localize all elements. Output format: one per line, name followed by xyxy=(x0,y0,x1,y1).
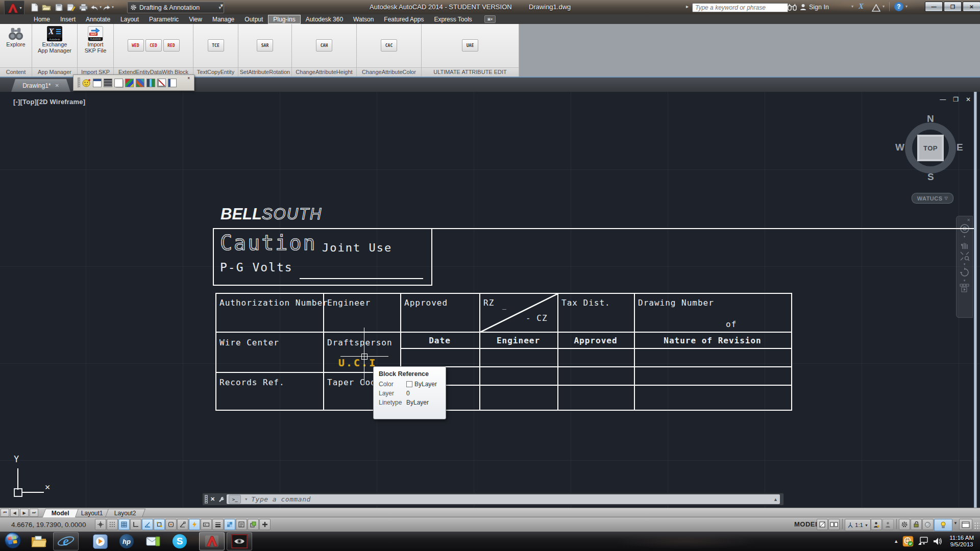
status-grip[interactable] xyxy=(974,522,980,530)
list-tool-icon[interactable] xyxy=(104,79,112,87)
snap-toggle[interactable] xyxy=(95,519,106,530)
undo-button[interactable]: ▾ xyxy=(89,2,102,13)
panel-title[interactable]: ULTIMATE ATTRIBUTE EDIT xyxy=(422,67,519,77)
last-tab-button[interactable]: ⏭ xyxy=(30,509,38,517)
floating-toolbar[interactable]: x xyxy=(73,74,194,91)
transparency-toggle[interactable] xyxy=(224,519,235,530)
chevron-down-icon[interactable]: ▾ xyxy=(964,262,966,266)
ribbon-tab-plugins[interactable]: Plug-ins xyxy=(268,15,300,24)
security-tray-icon[interactable] xyxy=(902,536,914,547)
minimize-icon[interactable]: — xyxy=(940,96,946,103)
ribbon-tab-annotate[interactable]: Annotate xyxy=(81,15,115,24)
plot-curve-icon[interactable] xyxy=(157,79,166,87)
chevron-down-icon[interactable]: ▾ xyxy=(964,235,966,239)
isolate-objects-button[interactable] xyxy=(922,519,934,530)
ribbon-tab-manage[interactable]: Manage xyxy=(207,15,239,24)
volume-tray-icon[interactable] xyxy=(933,537,942,545)
toolbar-lock-button[interactable] xyxy=(911,519,922,530)
zoom-extents-icon[interactable] xyxy=(960,251,970,261)
restore-icon[interactable]: ❐ xyxy=(953,96,959,103)
ribbon-tab-output[interactable]: Output xyxy=(239,15,268,24)
next-tab-button[interactable]: ▶ xyxy=(20,509,29,517)
viewcube-east[interactable]: E xyxy=(957,142,963,153)
sar-button[interactable]: SAR xyxy=(257,39,273,52)
command-input[interactable]: >_ ▾ Type a command ▲ xyxy=(227,494,780,504)
grid-dots-toggle[interactable] xyxy=(107,519,118,530)
taskbar-live-mail[interactable] xyxy=(141,533,165,550)
toolbar-grip[interactable] xyxy=(78,78,80,88)
search-input[interactable] xyxy=(692,3,788,12)
ribbon-display-toggle[interactable]: ▣▾ xyxy=(484,15,496,23)
start-button[interactable] xyxy=(4,532,21,551)
ribbon-tab-watson[interactable]: Watson xyxy=(348,15,379,24)
taskbar-explorer[interactable] xyxy=(27,533,51,550)
a360-icon[interactable] xyxy=(872,3,880,13)
prev-tab-button[interactable]: ◀ xyxy=(10,509,19,517)
help-icon[interactable]: ? xyxy=(894,2,903,11)
customize-wrench-icon[interactable] xyxy=(218,496,225,503)
viewport-controls[interactable]: [-][Top][2D Wireframe] xyxy=(13,98,85,106)
tab-layout2[interactable]: Layout2 xyxy=(105,509,145,517)
command-line[interactable]: ✕ >_ ▾ Type a command ▲ xyxy=(202,493,784,506)
chevron-down-icon[interactable]: ▾ xyxy=(905,4,908,9)
polar-tracking-toggle[interactable] xyxy=(142,519,153,530)
image-tool-icon[interactable] xyxy=(125,79,134,87)
cah-button[interactable]: CAH xyxy=(316,39,332,52)
tce-button[interactable]: TCE xyxy=(208,39,224,52)
ortho-toggle[interactable] xyxy=(130,519,141,530)
ribbon-tab-featured-apps[interactable]: Featured Apps xyxy=(379,15,429,24)
exchange-apps-icon[interactable]: X xyxy=(859,2,864,11)
ribbon-tab-view[interactable]: View xyxy=(184,15,207,24)
first-tab-button[interactable]: ⏮ xyxy=(1,509,9,517)
minimize-button[interactable]: — xyxy=(925,2,943,12)
image-tool-icon[interactable] xyxy=(136,79,144,87)
lineweight-toggle[interactable] xyxy=(212,519,224,530)
wed-button[interactable]: WED xyxy=(128,39,144,52)
chevron-up-icon[interactable]: ▲ xyxy=(773,497,778,502)
hardware-acceleration-button[interactable] xyxy=(934,519,952,531)
taskbar-media-player[interactable] xyxy=(88,533,112,550)
model-space-label[interactable]: MODEL xyxy=(794,520,819,528)
save-button[interactable] xyxy=(53,2,65,13)
workspace-switcher[interactable]: Drafting & Annotation ▾ xyxy=(127,2,224,13)
show-hidden-icons[interactable]: ▲ xyxy=(894,539,898,544)
save-as-button[interactable] xyxy=(65,2,77,13)
close-icon[interactable]: ✕ xyxy=(966,96,971,103)
panel-title[interactable]: ChangeAttributeColor xyxy=(357,67,421,77)
sign-in-button[interactable]: Sign In xyxy=(800,2,829,12)
qat-customize-button[interactable]: ▼ xyxy=(219,3,224,8)
drawing-canvas[interactable]: [-][Top][2D Wireframe] — ❐ ✕ TOP N W E S… xyxy=(0,92,980,508)
auto-annotation-scale-button[interactable] xyxy=(883,519,894,530)
command-prompt-icon[interactable]: >_ xyxy=(229,495,241,504)
chevron-down-icon[interactable]: ▾ xyxy=(883,4,885,9)
viewcube-north[interactable]: N xyxy=(927,113,934,124)
viewcube-west[interactable]: W xyxy=(895,142,904,153)
close-icon[interactable]: ✕ xyxy=(210,496,215,503)
navigation-bar[interactable]: ✕ ▾ ▾ ▾ xyxy=(956,216,973,318)
chevron-down-icon[interactable]: ▾ xyxy=(245,497,247,502)
viewcube[interactable]: TOP N W E S xyxy=(894,112,971,194)
chevron-down-icon[interactable]: ▾ xyxy=(851,4,853,9)
object-snap-toggle[interactable] xyxy=(154,519,165,530)
smiley-icon[interactable] xyxy=(82,79,91,87)
copy-pages-icon[interactable] xyxy=(114,79,123,87)
explore-button[interactable]: Explore xyxy=(6,26,25,47)
tab-model[interactable]: Model xyxy=(42,509,79,517)
ribbon-tab-autodesk360[interactable]: Autodesk 360 xyxy=(301,15,348,24)
dynamic-ucs-toggle[interactable] xyxy=(189,519,200,530)
layout-tool-icon[interactable] xyxy=(93,79,102,87)
redo-button[interactable]: ▾ xyxy=(102,2,114,13)
grid-display-toggle[interactable] xyxy=(118,519,130,530)
showmotion-icon[interactable] xyxy=(960,284,970,293)
app-menu-button[interactable]: ▾ xyxy=(4,1,24,15)
object-snap-tracking-toggle[interactable] xyxy=(177,519,188,530)
panel-title[interactable]: App Manager xyxy=(32,67,77,77)
infocenter-collapse-icon[interactable]: ▸ xyxy=(686,4,689,9)
uae-button[interactable]: UAE xyxy=(462,39,478,52)
close-icon[interactable]: ✕ xyxy=(55,83,59,88)
ribbon-tab-parametric[interactable]: Parametric xyxy=(144,15,184,24)
orbit-icon[interactable] xyxy=(960,267,970,278)
panel-title[interactable]: TextCopyEntity xyxy=(193,67,238,77)
scrollbar[interactable] xyxy=(974,92,977,508)
close-icon[interactable]: x xyxy=(187,75,191,81)
